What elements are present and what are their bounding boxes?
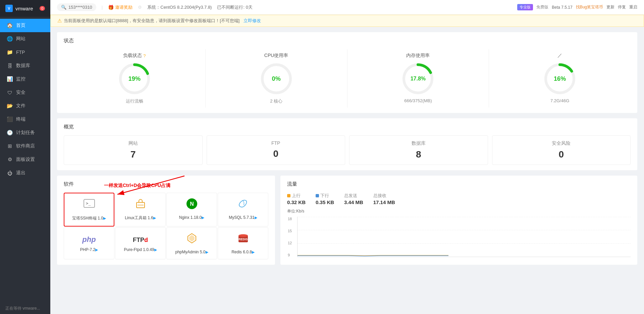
monitor-icon: 📊 [7,76,13,82]
sidebar-item-label: 首页 [16,22,25,28]
home-icon: 🏠 [7,22,13,28]
topbar: 🔍 153****0310 | 🎁 邀请奖励 ⚙ 系统：CentOS 8.2.2… [50,0,644,15]
topbar-search[interactable]: 🔍 153****0310 [57,3,96,11]
svg-text:REDIS: REDIS [238,238,248,241]
ssh-terminal-icon: >_ [83,198,95,213]
store-icon: ⊞ [7,143,13,149]
website-icon: 🌐 [7,36,13,42]
gauge-disk-sublabel: 7.2G/46G [550,98,569,103]
sidebar-status: 正在等待 vmware... [0,303,50,314]
sidebar-item-settings[interactable]: ⚙ 面板设置 [0,153,50,166]
gauge-disk: ／ 16% 7.2G/46G [489,49,631,108]
sidebar-item-security[interactable]: 🛡 安全 [0,86,50,99]
software-item-mysql[interactable]: MySQL 5.7.31▶ [218,193,268,227]
sidebar-item-logout[interactable]: ⏻ 退出 [0,166,50,180]
traffic-stat-sent: 总发送 3.44 MB [344,193,363,205]
sidebar-item-files[interactable]: 📂 文件 [0,99,50,113]
overview-section: 概览 网站 7 FTP 0 数据库 8 安全风险 0 [57,118,637,170]
chart-y-labels: 18 15 12 9 [288,217,292,257]
software-item-phpmyadmin[interactable]: phpMyAdmin 5.0▶ [166,227,217,259]
gauge-memory-sublabel: 666/3752(MB) [404,98,432,103]
sidebar-item-database[interactable]: 🗄 数据库 [0,59,50,72]
sidebar-item-label: 网站 [16,36,25,42]
help-icon[interactable]: ? [143,53,146,58]
chart-grid-line [298,217,631,217]
warning-icon: ⚠ [57,18,62,24]
gauge-load-sublabel: 运行流畅 [126,98,143,104]
sidebar-item-ftp[interactable]: 📁 FTP [0,46,50,59]
sidebar-item-website[interactable]: 🌐 网站 [0,32,50,46]
sidebar-item-appstore[interactable]: ⊞ 软件商店 [0,139,50,153]
software-item-redis[interactable]: REDIS Redis 6.0.8▶ [218,227,268,259]
status-section: 状态 负载状态 ? 19% 运行流畅 [57,32,637,113]
search-icon: 🔍 [61,5,66,10]
topbar-divider: | [102,5,103,10]
sidebar-logo: V vmware 0 [0,0,50,17]
up-dot [287,194,290,197]
invite-button[interactable]: 🎁 邀请奖励 [108,4,132,10]
sidebar-item-crontask[interactable]: 🕐 计划任务 [0,126,50,139]
bug-report-button[interactable]: 找Bug奖宝塔币 [576,4,603,10]
gauge-disk-value: 16% [554,75,566,82]
traffic-title: 流量 [287,181,631,187]
sidebar-item-label: 监控 [16,76,25,82]
sidebar: V vmware 0 🏠 首页 🌐 网站 📁 FTP 🗄 数据库 📊 监控 🛡 … [0,0,50,314]
logo-text: vmware [15,6,33,11]
ftp-icon: 📁 [7,49,13,55]
settings-icon: ⚙ [7,156,13,163]
sidebar-nav: 🏠 首页 🌐 网站 📁 FTP 🗄 数据库 📊 监控 🛡 安全 📂 文件 ⬛ [0,17,50,303]
sidebar-item-terminal[interactable]: ⬛ 终端 [0,113,50,126]
php-icon: php [82,232,96,245]
traffic-unit-label: 单位:Kb/s [287,208,631,214]
software-grid: >_ 宝塔SSH终端 1.0▶ [64,193,268,259]
alert-bar: ⚠ 当前面板使用的是默认端口[8888]，有安全隐患，请到面板设置中修改面板端口… [50,15,644,27]
gauge-load-label: 负载状态 [123,53,142,59]
version-label: Beta 7.5.17 [552,5,572,10]
redis-icon: REDIS [237,232,249,247]
update-button[interactable]: 更新 [606,4,614,10]
sidebar-item-home[interactable]: 🏠 首页 [0,19,50,32]
gauge-disk-label: ／ [557,53,562,59]
sidebar-item-label: 数据库 [16,63,30,69]
search-value: 153****0310 [68,5,92,10]
alert-fix-link[interactable]: 立即修改 [244,18,261,24]
gauge-cpu-sublabel: 2 核心 [270,98,282,104]
gift-icon: 🎁 [108,5,114,10]
down-dot [316,194,319,197]
status-title: 状态 [64,38,631,44]
topbar-sys-info: 系统：CentOS 8.2.2004(Py3.7.8) [147,4,212,10]
overview-card-website[interactable]: 网站 7 [64,135,203,165]
overview-card-ftp[interactable]: FTP 0 [207,135,345,165]
gauge-load-value: 19% [128,75,141,82]
ftpd-icon: FTPd [133,232,148,245]
software-item-nginx[interactable]: N Nginx 1.18.0▶ [166,193,217,227]
svg-marker-17 [189,235,195,242]
gauge-disk-circle: 16% [543,62,577,96]
alert-text: 当前面板使用的是默认端口[8888]，有安全隐患，请到面板设置中修改面板端口！[… [64,18,239,24]
software-item-ssh[interactable]: >_ 宝塔SSH终端 1.0▶ [64,193,114,227]
overview-card-security[interactable]: 安全风险 0 [492,135,631,165]
software-item-php[interactable]: php PHP-7.2▶ [64,227,114,259]
gauge-cpu-value: 0% [272,75,281,82]
software-item-ftpd[interactable]: FTPd Pure-Ftpd 1.0.49▶ [115,227,166,259]
traffic-stat-down: 下行 0.35 KB [316,193,334,205]
sidebar-item-monitor[interactable]: 📊 监控 [0,72,50,86]
overview-cards: 网站 7 FTP 0 数据库 8 安全风险 0 [64,135,631,165]
notification-badge: 0 [40,6,45,11]
cron-icon: 🕐 [7,130,13,136]
software-item-toolbox[interactable]: Linux工具箱 1.6▶ [115,193,166,227]
chart-grid-line [298,243,631,244]
traffic-stat-up: 上行 0.32 KB [287,193,306,205]
gauge-memory-value: 17.8% [411,76,426,82]
stop-button[interactable]: 停复 [618,4,626,10]
gauge-load-circle: 19% [118,62,151,96]
gauge-cpu: CPU使用率 0% 2 核心 [206,49,347,108]
svg-text:>_: >_ [86,201,91,206]
software-section: 软件 一样发送Ctrl+D会导致CPU占满 [57,176,275,265]
restart-button[interactable]: 重启 [629,4,637,10]
mysql-icon [237,198,249,212]
overview-card-database[interactable]: 数据库 8 [349,135,488,165]
sidebar-item-label: 退出 [16,170,25,176]
sidebar-item-label: 软件商店 [16,143,35,149]
content-area: 状态 负载状态 ? 19% 运行流畅 [50,27,644,314]
